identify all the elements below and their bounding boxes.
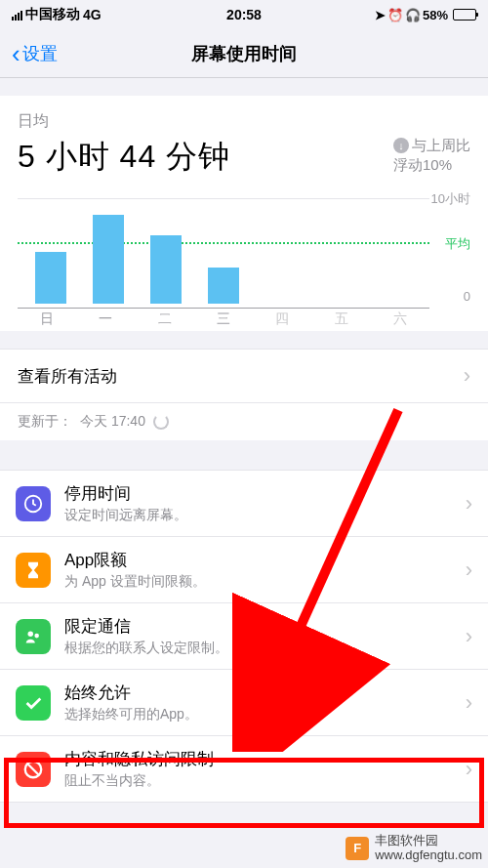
status-bar: 中国移动 4G 20:58 ➤ ⏰ 🎧 58%: [0, 0, 488, 29]
chevron-right-icon: ›: [464, 363, 470, 389]
communication-title: 限定通信: [64, 615, 466, 638]
list-item-always-allowed[interactable]: 始终允许 选择始终可用的App。 ›: [0, 670, 488, 736]
communication-icon: [16, 619, 51, 654]
settings-list: 停用时间 设定时间远离屏幕。 › App限额 为 App 设置时间限额。 › 限…: [0, 470, 488, 803]
locate-icon: ➤: [375, 8, 386, 22]
chart-bar: [35, 252, 66, 305]
page-title: 屏幕使用时间: [191, 42, 297, 65]
downtime-sub: 设定时间远离屏幕。: [64, 507, 466, 524]
chevron-right-icon: ›: [466, 624, 472, 649]
always-allowed-sub: 选择始终可用的App。: [64, 706, 466, 723]
x-axis: 日一二三四五六: [18, 308, 429, 327]
x-tick: 六: [385, 309, 416, 327]
checkmark-icon: [16, 685, 51, 721]
x-tick: 五: [326, 309, 357, 327]
list-item-downtime[interactable]: 停用时间 设定时间远离屏幕。 ›: [0, 471, 488, 537]
avg-time-value: 5 小时 44 分钟: [18, 136, 230, 179]
chart-bar: [150, 235, 182, 304]
watermark-name: 丰图软件园: [375, 834, 482, 847]
downtime-title: 停用时间: [64, 482, 466, 505]
battery-icon: [453, 9, 476, 21]
updated-prefix: 更新于：: [18, 413, 72, 431]
list-item-communication[interactable]: 限定通信 根据您的联系人设定限制。 ›: [0, 603, 488, 670]
down-arrow-icon: ↓: [393, 138, 409, 153]
svg-line-4: [28, 764, 39, 774]
watermark-url: www.dgfengtu.com: [375, 848, 482, 862]
watermark-logo-icon: F: [346, 837, 369, 860]
chevron-right-icon: ›: [466, 491, 472, 517]
chart-bar: [93, 215, 124, 304]
updated-time: 今天 17:40: [80, 413, 145, 431]
alarm-icon: ⏰: [387, 8, 403, 22]
no-entry-icon: [16, 752, 51, 787]
delta-line1: 与上周比: [412, 136, 470, 155]
svg-point-2: [34, 633, 39, 638]
nav-bar: ‹ 设置 屏幕使用时间: [0, 29, 488, 78]
content-privacy-sub: 阻止不当内容。: [64, 772, 466, 790]
svg-point-1: [28, 631, 34, 637]
x-tick: 三: [208, 309, 239, 327]
hourglass-icon: [16, 553, 51, 588]
daily-avg-label: 日均: [18, 111, 470, 132]
delta-line2: 浮动10%: [393, 155, 470, 175]
chart-bar: [208, 268, 239, 304]
delta-box: ↓ 与上周比 浮动10%: [393, 136, 470, 174]
status-time: 20:58: [167, 7, 322, 22]
signal-icon: [12, 10, 22, 21]
carrier-label: 中国移动: [25, 6, 80, 23]
x-tick: 一: [90, 309, 121, 327]
x-tick: 日: [31, 309, 62, 327]
app-limits-sub: 为 App 设置时间限额。: [64, 573, 466, 591]
spinner-icon: [153, 414, 169, 430]
y-label-top: 10小时: [431, 190, 470, 208]
downtime-icon: [16, 486, 51, 521]
y-label-bottom: 0: [464, 289, 470, 304]
app-limits-title: App限额: [64, 549, 466, 571]
list-item-content-privacy[interactable]: 内容和隐私访问限制 阻止不当内容。 ›: [0, 736, 488, 803]
summary-card: 日均 5 小时 44 分钟 ↓ 与上周比 浮动10% 10小时 平均 0 日一二…: [0, 96, 488, 331]
x-tick: 二: [149, 309, 181, 327]
y-label-avg: 平均: [445, 235, 470, 253]
headphones-icon: 🎧: [405, 8, 421, 22]
chevron-left-icon: ‹: [12, 41, 20, 66]
updated-at-row: 更新于： 今天 17:40: [0, 403, 488, 440]
always-allowed-title: 始终允许: [64, 682, 466, 704]
back-label: 设置: [22, 42, 58, 65]
watermark: F 丰图软件园 www.dgfengtu.com: [346, 834, 482, 862]
x-tick: 四: [266, 309, 298, 327]
content-privacy-title: 内容和隐私访问限制: [64, 748, 466, 770]
communication-sub: 根据您的联系人设定限制。: [64, 640, 466, 657]
usage-bar-chart: 10小时 平均 0 日一二三四五六: [18, 190, 470, 327]
chevron-right-icon: ›: [466, 757, 472, 782]
see-all-label: 查看所有活动: [18, 365, 117, 388]
back-button[interactable]: ‹ 设置: [12, 41, 58, 66]
chevron-right-icon: ›: [466, 690, 472, 716]
network-label: 4G: [83, 7, 102, 22]
list-item-app-limits[interactable]: App限额 为 App 设置时间限额。 ›: [0, 537, 488, 603]
see-all-activity[interactable]: 查看所有活动 ›: [0, 349, 488, 403]
battery-pct: 58%: [423, 8, 448, 22]
chevron-right-icon: ›: [466, 558, 472, 583]
